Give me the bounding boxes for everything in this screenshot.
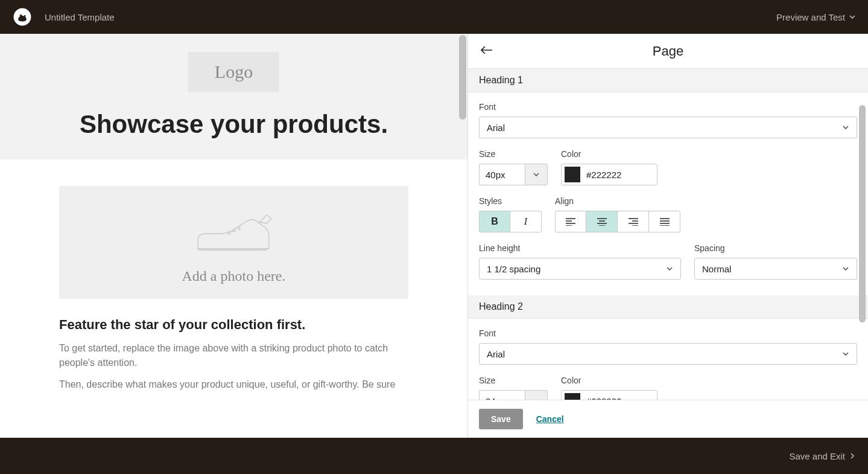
align-justify-toggle[interactable] bbox=[649, 211, 680, 232]
section-heading-1-header: Heading 1 bbox=[468, 69, 868, 92]
panel-scroll-area: Heading 1 Font Arial Size 40px bbox=[468, 69, 868, 400]
align-label: Align bbox=[555, 196, 680, 206]
mailchimp-logo-icon[interactable] bbox=[12, 7, 33, 27]
heading1-spacing-value: Normal bbox=[702, 264, 731, 274]
heading2-font-value: Arial bbox=[487, 349, 505, 359]
heading1-font-value: Arial bbox=[487, 123, 505, 133]
heading1-color-hex: #222222 bbox=[586, 170, 621, 180]
section-heading-1-body: Font Arial Size 40px bbox=[468, 92, 868, 295]
logo-placeholder[interactable]: Logo bbox=[188, 52, 279, 92]
svg-point-5 bbox=[233, 229, 235, 232]
heading1-font-select[interactable]: Arial bbox=[479, 117, 857, 138]
preview-and-test-label: Preview and Test bbox=[776, 12, 845, 22]
align-right-icon bbox=[627, 217, 639, 226]
heading1-align-toggle-group bbox=[555, 211, 680, 232]
chevron-down-icon bbox=[842, 350, 849, 357]
panel-scrollbar[interactable] bbox=[859, 105, 866, 322]
settings-panel: Page Heading 1 Font Arial Size 40px bbox=[467, 34, 868, 438]
save-and-exit-button[interactable]: Save and Exit bbox=[789, 451, 856, 461]
heading2-size-input[interactable]: 34px bbox=[479, 390, 548, 400]
section-heading-2-header: Heading 2 bbox=[468, 295, 868, 319]
align-left-icon bbox=[565, 217, 577, 226]
align-left-toggle[interactable] bbox=[555, 211, 586, 232]
heading1-color-picker[interactable]: #222222 bbox=[561, 164, 657, 185]
align-right-toggle[interactable] bbox=[618, 211, 649, 232]
chevron-right-icon bbox=[849, 452, 856, 460]
color-label-2: Color bbox=[561, 376, 657, 385]
back-button[interactable] bbox=[480, 45, 493, 57]
chevron-down-icon bbox=[533, 171, 540, 178]
font-label-2: Font bbox=[479, 328, 857, 338]
size-label: Size bbox=[479, 149, 548, 159]
canvas-scrollbar[interactable] bbox=[459, 35, 466, 120]
heading1-size-input[interactable]: 40px bbox=[479, 164, 548, 185]
arrow-left-icon bbox=[480, 45, 493, 55]
canvas-subheadline[interactable]: Feature the star of your collection firs… bbox=[59, 317, 408, 333]
svg-point-4 bbox=[228, 232, 230, 234]
svg-point-3 bbox=[24, 15, 26, 17]
align-justify-icon bbox=[659, 217, 671, 226]
top-bar: Untitled Template Preview and Test bbox=[0, 0, 868, 34]
font-label: Font bbox=[479, 102, 857, 112]
heading2-font-select[interactable]: Arial bbox=[479, 343, 857, 365]
italic-icon: I bbox=[524, 216, 527, 227]
heading1-spacing-select[interactable]: Normal bbox=[694, 258, 857, 280]
heading1-color-swatch bbox=[565, 167, 580, 182]
heading1-size-value: 40px bbox=[479, 164, 525, 185]
heading1-lineheight-select[interactable]: 1 1/2 spacing bbox=[479, 258, 681, 280]
styles-label: Styles bbox=[479, 196, 542, 206]
chevron-down-icon bbox=[666, 265, 673, 272]
heading2-color-swatch bbox=[565, 393, 580, 400]
heading2-size-stepper[interactable] bbox=[525, 390, 548, 400]
align-center-icon bbox=[596, 217, 608, 226]
svg-point-6 bbox=[238, 227, 240, 229]
bold-toggle[interactable]: B bbox=[479, 211, 510, 232]
heading1-style-toggle-group: B I bbox=[479, 211, 542, 232]
panel-footer: Save Cancel bbox=[468, 400, 868, 438]
heading1-lineheight-value: 1 1/2 spacing bbox=[487, 264, 540, 274]
panel-header: Page bbox=[468, 34, 868, 69]
canvas-header: Logo Showcase your products. bbox=[0, 34, 467, 159]
email-canvas[interactable]: Logo Showcase your products. Add a photo… bbox=[0, 34, 467, 438]
chevron-down-icon bbox=[842, 265, 849, 272]
align-center-toggle[interactable] bbox=[586, 211, 618, 232]
svg-point-2 bbox=[20, 14, 22, 16]
chevron-down-icon bbox=[842, 124, 849, 131]
lineheight-label: Line height bbox=[479, 243, 681, 253]
chevron-down-icon bbox=[849, 13, 856, 21]
preview-and-test-button[interactable]: Preview and Test bbox=[776, 12, 856, 22]
top-bar-left: Untitled Template bbox=[12, 7, 115, 27]
save-and-exit-label: Save and Exit bbox=[789, 451, 845, 461]
section-heading-2-body: Font Arial Size 34px bbox=[468, 319, 868, 400]
bottom-bar: Save and Exit bbox=[0, 438, 868, 474]
heading1-size-stepper[interactable] bbox=[525, 164, 548, 185]
spacing-label: Spacing bbox=[694, 243, 857, 253]
photo-placeholder[interactable]: Add a photo here. bbox=[59, 186, 408, 299]
save-button[interactable]: Save bbox=[479, 409, 523, 429]
canvas-paragraph-2[interactable]: Then, describe what makes your product u… bbox=[59, 377, 408, 392]
bold-icon: B bbox=[491, 216, 498, 227]
color-label: Color bbox=[561, 149, 657, 159]
photo-placeholder-text: Add a photo here. bbox=[71, 268, 396, 284]
panel-title: Page bbox=[653, 43, 683, 59]
italic-toggle[interactable]: I bbox=[510, 211, 542, 232]
canvas-headline[interactable]: Showcase your products. bbox=[0, 110, 467, 139]
cancel-link[interactable]: Cancel bbox=[536, 414, 564, 424]
canvas-paragraph-1[interactable]: To get started, replace the image above … bbox=[59, 341, 408, 370]
shoe-icon bbox=[186, 207, 282, 261]
heading2-size-value: 34px bbox=[479, 390, 525, 400]
template-title[interactable]: Untitled Template bbox=[45, 12, 115, 22]
size-label-2: Size bbox=[479, 376, 548, 385]
heading2-color-picker[interactable]: #222222 bbox=[561, 390, 657, 400]
canvas-body: Add a photo here. Feature the star of yo… bbox=[0, 159, 467, 411]
